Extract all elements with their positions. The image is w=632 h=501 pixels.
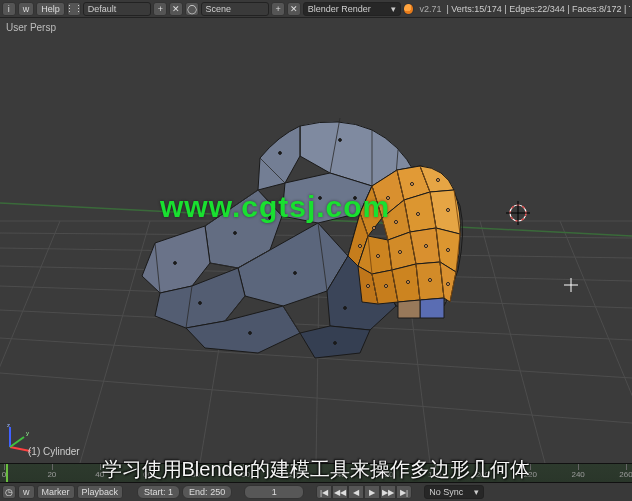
header-bar: i w Help ⋮⋮ Default + ✕ ◯ Scene + ✕ Blen… (0, 0, 632, 18)
svg-point-44 (425, 245, 428, 248)
version-label: v2.71 (416, 4, 444, 14)
play-reverse-button[interactable]: ◀ (348, 485, 364, 499)
svg-point-32 (334, 342, 337, 345)
svg-point-48 (407, 281, 410, 284)
svg-point-50 (447, 283, 450, 286)
svg-line-7 (0, 373, 632, 423)
scene-name-field[interactable]: Scene (201, 2, 270, 16)
prev-keyframe-button[interactable]: ◀◀ (332, 485, 348, 499)
blender-logo-icon (403, 3, 415, 15)
svg-point-35 (411, 183, 414, 186)
svg-point-29 (199, 302, 202, 305)
svg-point-28 (174, 262, 177, 265)
transport-controls: |◀ ◀◀ ◀ ▶ ▶▶ ▶| (316, 485, 412, 499)
menu-playback[interactable]: Playback (77, 485, 124, 499)
svg-point-27 (294, 272, 297, 275)
timeline-toolbar: ◷ w Marker Playback Start: 1 End: 250 1 … (0, 483, 632, 501)
layout-add-button[interactable]: + (153, 2, 167, 16)
layout-name-field[interactable]: Default (83, 2, 152, 16)
scene-canvas (0, 18, 632, 463)
svg-point-45 (447, 249, 450, 252)
svg-point-22 (339, 139, 342, 142)
scene-remove-button[interactable]: ✕ (287, 2, 301, 16)
next-keyframe-button[interactable]: ▶▶ (380, 485, 396, 499)
stats-verts: Verts:15/174 (451, 4, 502, 14)
svg-point-43 (399, 251, 402, 254)
end-value: 250 (210, 487, 225, 497)
render-engine-label: Blender Render (308, 4, 371, 14)
render-engine-dropdown[interactable]: Blender Render ▾ (303, 2, 401, 16)
svg-point-31 (344, 307, 347, 310)
stats-text: | Verts:15/174 | Edges:22/344 | Faces:8/… (446, 4, 630, 14)
scene-add-button[interactable]: + (271, 2, 285, 16)
svg-line-13 (480, 221, 545, 463)
subtitle-text: 学习使用Blender的建模工具来操作多边形几何体 (0, 456, 632, 483)
current-frame-field[interactable]: 1 (244, 485, 304, 499)
svg-point-49 (429, 279, 432, 282)
jump-start-button[interactable]: |◀ (316, 485, 332, 499)
svg-point-42 (377, 255, 380, 258)
svg-point-30 (249, 332, 252, 335)
svg-point-47 (385, 285, 388, 288)
menu-toggle[interactable]: w (18, 485, 35, 499)
svg-point-46 (367, 285, 370, 288)
svg-line-9 (80, 221, 150, 463)
svg-point-37 (447, 209, 450, 212)
start-frame-field[interactable]: Start: 1 (137, 485, 180, 499)
svg-point-26 (234, 232, 237, 235)
svg-point-40 (373, 227, 376, 230)
start-label: Start: (144, 487, 166, 497)
viewport-3d[interactable]: User Persp (0, 18, 632, 463)
current-frame-value: 1 (272, 487, 277, 497)
start-value: 1 (168, 487, 173, 497)
play-button[interactable]: ▶ (364, 485, 380, 499)
menu-marker[interactable]: Marker (37, 485, 75, 499)
watermark-text: www.cgtsj.com (160, 190, 390, 224)
svg-point-38 (417, 213, 420, 216)
svg-point-41 (359, 245, 362, 248)
chevron-down-icon: ▾ (474, 487, 479, 497)
jump-end-button[interactable]: ▶| (396, 485, 412, 499)
menu-view[interactable]: w (18, 2, 35, 16)
timeline-editor-icon[interactable]: ◷ (2, 485, 16, 499)
end-label: End: (189, 487, 208, 497)
layout-remove-button[interactable]: ✕ (169, 2, 183, 16)
svg-point-39 (395, 221, 398, 224)
sync-mode-dropdown[interactable]: No Sync ▾ (424, 485, 484, 499)
scene-browse-icon[interactable]: ◯ (185, 2, 199, 16)
svg-point-23 (279, 152, 282, 155)
end-frame-field[interactable]: End: 250 (182, 485, 232, 499)
chevron-down-icon: ▾ (391, 4, 396, 14)
sync-label: No Sync (429, 487, 463, 497)
menu-help[interactable]: Help (36, 2, 65, 16)
layout-browse-icon[interactable]: ⋮⋮ (67, 2, 81, 16)
stats-faces: Faces:8/172 (572, 4, 622, 14)
svg-line-8 (0, 221, 60, 463)
svg-point-36 (437, 179, 440, 182)
stats-edges: Edges:22/344 (509, 4, 565, 14)
editor-type-icon[interactable]: i (2, 2, 16, 16)
